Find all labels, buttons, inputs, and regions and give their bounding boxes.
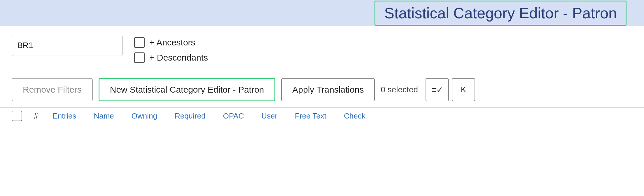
remove-filters-button[interactable]: Remove Filters bbox=[12, 78, 93, 101]
col-hash: # bbox=[28, 112, 44, 121]
new-statistical-category-editor-button[interactable]: New Statistical Category Editor - Patron bbox=[99, 78, 276, 101]
col-check[interactable]: Check bbox=[335, 112, 374, 121]
selected-count: 0 selected bbox=[381, 85, 418, 94]
toolbar: Remove Filters New Statistical Category … bbox=[0, 78, 644, 107]
divider bbox=[12, 72, 632, 72]
header-bar: Statistical Category Editor - Patron bbox=[0, 0, 644, 26]
descendants-checkbox-row[interactable]: + Descendants bbox=[134, 52, 208, 63]
col-owning[interactable]: Owning bbox=[123, 112, 166, 121]
col-free-text[interactable]: Free Text bbox=[286, 112, 335, 121]
k-icon-button[interactable]: K bbox=[452, 78, 475, 101]
ancestors-checkbox-row[interactable]: + Ancestors bbox=[134, 37, 208, 48]
search-input[interactable] bbox=[12, 35, 123, 56]
table-header: # Entries Name Owning Required OPAC User… bbox=[0, 107, 644, 121]
col-user[interactable]: User bbox=[253, 112, 286, 121]
toolbar-right: 0 selected ≡✓ K bbox=[381, 78, 475, 101]
col-name[interactable]: Name bbox=[85, 112, 123, 121]
col-entries[interactable]: Entries bbox=[44, 112, 85, 121]
apply-translations-button[interactable]: Apply Translations bbox=[281, 78, 375, 101]
checkboxes-area: + Ancestors + Descendants bbox=[134, 35, 208, 63]
filter-section: + Ancestors + Descendants bbox=[0, 26, 644, 69]
ancestors-checkbox[interactable] bbox=[134, 37, 145, 48]
check-icon: ≡✓ bbox=[431, 85, 443, 95]
check-mark-icon-button[interactable]: ≡✓ bbox=[426, 78, 449, 101]
descendants-label: + Descendants bbox=[149, 53, 208, 63]
k-icon: K bbox=[461, 85, 466, 94]
select-all-checkbox[interactable] bbox=[12, 111, 22, 121]
descendants-checkbox[interactable] bbox=[134, 52, 145, 63]
ancestors-label: + Ancestors bbox=[149, 38, 195, 47]
col-required[interactable]: Required bbox=[166, 112, 214, 121]
header-title-box: Statistical Category Editor - Patron bbox=[374, 1, 626, 26]
col-opac[interactable]: OPAC bbox=[214, 112, 253, 121]
page-title: Statistical Category Editor - Patron bbox=[384, 5, 617, 22]
